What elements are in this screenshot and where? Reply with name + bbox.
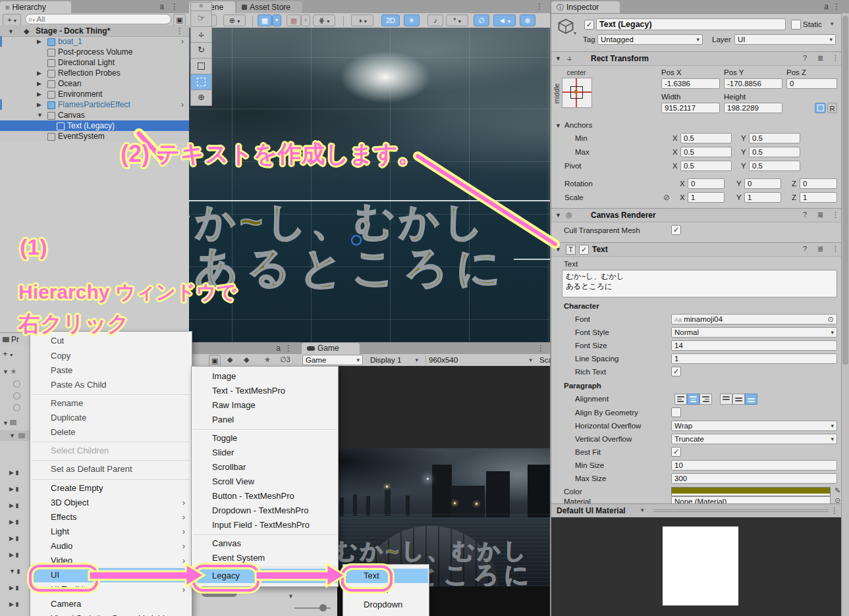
fold-icon[interactable]: ▼ <box>555 212 561 218</box>
anchor-min-x-field[interactable]: 0.5 <box>680 133 732 143</box>
fold-icon[interactable]: ▼ <box>555 246 561 253</box>
help-icon[interactable]: ? <box>803 211 807 218</box>
pivot-y-field[interactable]: 0.5 <box>749 161 800 171</box>
hierarchy-item-post-process-volume[interactable]: Post-process Volume <box>0 47 189 57</box>
menu-item-3d-object[interactable]: 3D Object› <box>31 496 191 510</box>
menu-item-paste-as-child[interactable]: Paste As Child <box>31 378 191 392</box>
menu-item-button-textmeshpro[interactable]: Button - TextMeshPro <box>192 489 337 503</box>
help-icon[interactable]: ? <box>803 54 807 62</box>
width-field[interactable]: 915.2117 <box>661 103 720 113</box>
open-window-icon[interactable]: ▣ <box>209 355 221 367</box>
resolution-dropdown[interactable]: 960x540▾ <box>425 355 535 365</box>
static-caret[interactable]: ▾ <box>831 20 834 27</box>
rotation-x-field[interactable]: 0 <box>688 178 725 189</box>
tab-asset-store[interactable]: Asset Store <box>236 1 302 13</box>
menu-item-input-field-textmeshpro[interactable]: Input Field - TextMeshPro <box>192 518 337 532</box>
fold-icon[interactable]: ▶ <box>37 78 41 89</box>
text-component-header[interactable]: ▼ T ✓ Text ? ≣ ⋮ <box>551 242 842 257</box>
constrain-proportions-icon[interactable]: ⊘ <box>663 193 670 202</box>
fold-icon[interactable]: ▶ <box>37 36 41 47</box>
lock-icon[interactable]: a <box>159 2 164 11</box>
pos-x-field[interactable]: -1.6386 <box>661 78 720 89</box>
kebab-icon[interactable]: ⋮ <box>832 54 839 63</box>
rich-text-checkbox[interactable]: ✓ <box>671 367 681 376</box>
display-dropdown[interactable]: Display 1▾ <box>367 355 422 365</box>
scale-tool-button[interactable] <box>190 58 212 74</box>
menu-item-effects[interactable]: Effects› <box>31 510 191 525</box>
handle-orientation-button[interactable]: ⊕ ▾ <box>223 14 246 26</box>
favorites-foldout[interactable]: ▼ ★ <box>3 367 16 376</box>
add-object-button[interactable]: + ▾ <box>3 14 21 26</box>
fold-icon[interactable]: ▼ <box>37 110 43 120</box>
scene-viewport[interactable]: むか~し、むかし あるところに <box>189 28 550 342</box>
menu-item-camera[interactable]: Camera <box>31 597 191 611</box>
color-swatch[interactable] <box>671 487 831 496</box>
line-spacing-field[interactable]: 1 <box>671 353 837 364</box>
canvas-renderer-header[interactable]: ▼ ◎ Canvas Renderer ? ≣ ⋮ <box>551 208 842 222</box>
scene-camera-button[interactable]: ◄ ▾ <box>493 14 516 26</box>
selected-folder-row[interactable]: ▼ <box>0 430 30 441</box>
hierarchy-scene-header[interactable]: ▼ ◆ Stage - Dock Thing* ⋮ <box>0 25 189 37</box>
assets-foldout[interactable]: ▼ <box>3 420 16 426</box>
tab-hierarchy[interactable]: ≡Hierarchy <box>0 1 71 13</box>
tab-inspector[interactable]: ⓘInspector <box>551 1 620 13</box>
anchor-min-y-field[interactable]: 0.5 <box>749 133 800 143</box>
folder-tree-rows[interactable]: ▶ ▮▶ ▮ ▶ ▮▶ ▮ ▶ ▮▶ ▮ ▼ ▮▶ ▮ ▶ ▮▶ ▮ <box>9 465 20 616</box>
inspector-scrollbar[interactable] <box>841 13 849 616</box>
rotation-z-field[interactable]: 0 <box>800 178 837 189</box>
preset-icon[interactable]: ≣ <box>817 54 823 63</box>
rect-tool-button[interactable] <box>190 74 212 90</box>
text-value-textarea[interactable]: むか~し、むかし あるところに <box>562 270 837 297</box>
preset-icon[interactable]: ≣ <box>817 211 823 219</box>
menu-item-toggle[interactable]: Toggle <box>192 431 337 446</box>
align-top-button[interactable] <box>720 394 732 405</box>
rotation-y-field[interactable]: 0 <box>744 178 781 189</box>
fold-icon[interactable]: ▶ <box>37 89 41 99</box>
saved-search-icon[interactable] <box>13 392 20 399</box>
palette-grip-handle[interactable]: ≡ <box>190 2 212 11</box>
menu-item-light[interactable]: Light› <box>31 525 191 539</box>
search-input[interactable]: ⌕▾ All <box>25 14 171 24</box>
fold-icon[interactable]: ▶ <box>37 99 41 110</box>
scale-x-field[interactable]: 1 <box>688 192 725 203</box>
prefab-open-chevron-icon[interactable]: › <box>181 99 184 110</box>
icon-size-slider-knob[interactable] <box>319 604 327 611</box>
align-bottom-button[interactable] <box>745 394 757 405</box>
align-right-button[interactable] <box>699 394 712 405</box>
menu-item-input-field[interactable]: Input Field <box>344 612 428 616</box>
snap-increment-button[interactable]: ⋕ ▾ <box>313 14 335 26</box>
snap-options-caret[interactable]: ▾ <box>301 14 310 26</box>
hierarchy-item-ocean[interactable]: ▶ Ocean <box>0 78 189 89</box>
hierarchy-item-boat-1[interactable]: ▶ boat_1 › <box>0 36 189 47</box>
fold-icon[interactable]: ▼ <box>555 55 561 62</box>
gameobject-name-field[interactable]: Text (Legacy) <box>596 18 786 30</box>
pos-y-field[interactable]: -170.8856 <box>724 78 782 89</box>
material-bar-caret[interactable]: ▾ <box>641 507 644 513</box>
align-center-button[interactable] <box>687 394 699 405</box>
layer-dropdown[interactable]: UI▾ <box>734 34 836 45</box>
hierarchy-item-canvas[interactable]: ▼ Canvas <box>0 110 189 120</box>
align-left-button[interactable] <box>674 394 687 405</box>
snap-grid-button[interactable]: ▦ <box>287 14 301 26</box>
tag-dropdown[interactable]: Untagged▾ <box>597 34 703 45</box>
menu-item-delete[interactable]: Delete <box>31 425 191 440</box>
menu-item-copy[interactable]: Copy <box>31 349 191 363</box>
shading-mode-button[interactable]: ◑ ▾ <box>351 14 373 26</box>
material-field[interactable]: None (Material) <box>671 496 831 503</box>
horizontal-overflow-dropdown[interactable]: Wrap▾ <box>671 421 837 431</box>
audio-mute-button[interactable]: ♪ <box>427 14 443 26</box>
scale-y-field[interactable]: 1 <box>744 192 781 203</box>
transform-tool-button[interactable]: ⊕ <box>190 90 212 106</box>
scrollbar-thumb[interactable] <box>842 16 848 365</box>
console-icon[interactable]: ◆ <box>227 355 233 364</box>
static-checkbox[interactable] <box>791 20 801 30</box>
kebab-icon[interactable]: ⋮ <box>176 26 184 36</box>
component-enabled-checkbox[interactable]: ✓ <box>579 245 589 255</box>
help-icon[interactable]: ? <box>803 245 807 253</box>
rotate-tool-button[interactable]: ↻ <box>190 42 212 59</box>
project-add-button[interactable]: + ▾ <box>3 349 13 359</box>
align-middle-button[interactable] <box>732 394 745 405</box>
anchor-preset-widget[interactable] <box>562 78 592 108</box>
saved-search-icon[interactable] <box>13 380 20 388</box>
menu-item-visual-scripting-scene-variable[interactable]: Visual Scripting Scene Variable <box>31 611 191 616</box>
